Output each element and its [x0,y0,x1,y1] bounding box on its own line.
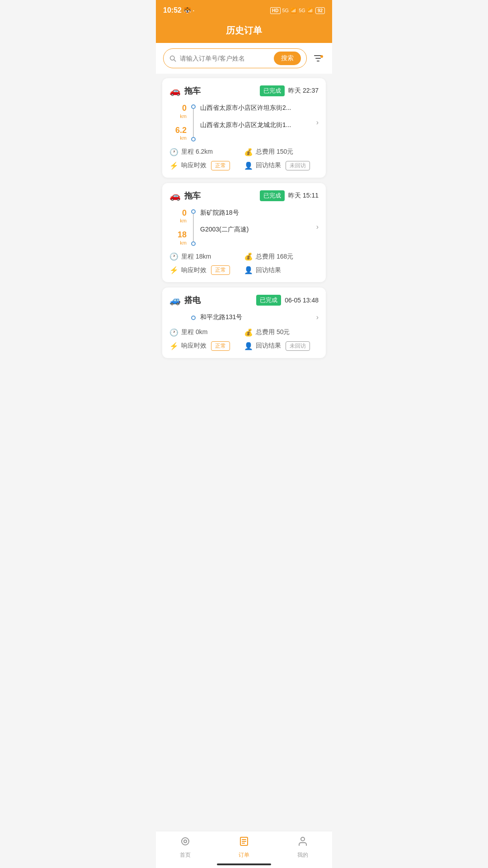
card-header: 🚙 搭电 已完成 06-05 13:48 [169,295,319,306]
search-button[interactable]: 搜索 [274,52,301,65]
km-col [169,316,187,317]
cost-item: 💰 总费用 168元 [244,252,319,261]
response-tag: 正常 [211,161,230,170]
status-badge: 已完成 [260,85,285,96]
card-footer: 🕐 里程 0km 💰 总费用 50元 ⚡ 响应时效 正常 � [169,328,319,351]
home-icon [180,836,191,849]
page-header: 历史订单 [156,20,332,43]
card-type: 🚙 搭电 [169,295,201,306]
card-time: 06-05 13:48 [285,297,319,304]
response-tag: 正常 [211,265,230,275]
person-icon: 👤 [244,161,253,170]
svg-point-12 [301,837,305,841]
status-icons: HD 5G 📶 5G 📶 92 [270,7,325,14]
search-input-wrap[interactable]: 搜索 [163,48,307,68]
search-icon [169,55,176,62]
km-col: 0 km 6.2 km [169,103,187,142]
cost-label: 总费用 150元 [256,148,293,156]
mileage-item: 🕐 里程 18km [169,252,244,261]
nav-home[interactable]: 首页 [156,831,215,868]
card-footer: 🕐 里程 6.2km 💰 总费用 150元 ⚡ 响应时效 正常 [169,148,319,170]
order-card: 🚙 搭电 已完成 06-05 13:48 和平北路131号 › [162,288,326,358]
cost-label: 总费用 168元 [256,253,293,261]
visit-item: 👤 回访结果 [244,266,319,274]
card-meta: 已完成 06-05 13:48 [256,295,319,306]
order-card: 🚗 拖车 已完成 昨天 15:11 0 km 18 km [162,183,326,283]
visit-item: 👤 回访结果 未回访 [244,161,319,170]
route-addresses: 新矿院路18号 G2003(二广高速) [200,208,312,246]
response-tag: 正常 [211,341,230,351]
person-icon: 👤 [244,342,253,350]
km-col: 0 km 18 km [169,208,187,246]
battery-car-icon: 🚙 [169,295,181,306]
bottom-nav: 首页 订单 我的 [156,831,332,868]
response-label: 响应时效 [181,266,206,274]
money-icon: 💰 [244,328,253,337]
mileage-item: 🕐 里程 6.2km [169,148,244,156]
visit-tag: 未回访 [286,341,310,351]
svg-point-7 [184,840,187,843]
filter-icon[interactable] [311,52,325,65]
card-meta: 已完成 昨天 22:37 [260,85,319,96]
card-type: 🚗 拖车 [169,85,201,96]
end-address: 山西省太原市小店区龙城北街1... [200,121,312,130]
orders-icon [239,836,249,849]
nav-profile-label: 我的 [297,851,308,859]
route-section: 和平北路131号 › [169,312,319,322]
cost-item: 💰 总费用 150元 [244,148,319,156]
card-type: 🚗 拖车 [169,190,201,201]
lightning-icon: ⚡ [169,342,178,350]
response-label: 响应时效 [181,161,206,170]
page-title: 历史订单 [156,24,332,37]
search-bar: 搜索 [156,43,332,74]
mileage-label: 里程 6.2km [181,148,213,156]
status-badge: 已完成 [260,190,285,201]
card-header: 🚗 拖车 已完成 昨天 15:11 [169,190,319,201]
card-footer: 🕐 里程 18km 💰 总费用 168元 ⚡ 响应时效 正常 [169,252,319,275]
person-icon: 👤 [244,266,253,274]
order-list: 🚗 拖车 已完成 昨天 22:37 0 km 6.2 km [156,74,332,363]
mileage-item: 🕐 里程 0km [169,328,244,337]
response-label: 响应时效 [181,342,206,350]
visit-tag: 未回访 [286,161,310,170]
search-input[interactable] [180,55,270,62]
nav-orders-label: 订单 [239,851,249,859]
route-addresses: 山西省太原市小店区许坦东街2... 山西省太原市小店区龙城北街1... [200,103,312,142]
home-indicator [217,863,271,865]
card-meta: 已完成 昨天 15:11 [260,190,319,201]
status-time: 10:52 🐯 • [163,6,194,14]
order-card: 🚗 拖车 已完成 昨天 22:37 0 km 6.2 km [162,78,326,178]
response-item: ⚡ 响应时效 正常 [169,341,244,351]
route-line [191,314,196,320]
route-section: 0 km 18 km 新矿院路18号 G2003(二广高速) [169,208,319,246]
route-arrow[interactable]: › [316,312,319,321]
lightning-icon: ⚡ [169,161,178,170]
visit-label: 回访结果 [256,161,281,170]
nav-profile[interactable]: 我的 [273,831,332,868]
card-header: 🚗 拖车 已完成 昨天 22:37 [169,85,319,96]
end-address: G2003(二广高速) [200,225,312,234]
money-icon: 💰 [244,148,253,156]
start-address: 山西省太原市小店区许坦东街2... [200,104,312,113]
response-item: ⚡ 响应时效 正常 [169,161,244,170]
nav-home-label: 首页 [180,851,191,859]
visit-label: 回访结果 [256,266,281,274]
nav-orders[interactable]: 订单 [215,831,273,868]
mileage-label: 里程 0km [181,328,207,336]
tow-car-icon: 🚗 [169,85,181,96]
svg-point-6 [182,838,189,845]
tow-car-icon: 🚗 [169,190,181,201]
clock-icon: 🕐 [169,148,178,156]
status-badge: 已完成 [256,295,281,306]
clock-icon: 🕐 [169,328,178,337]
route-arrow[interactable]: › [316,208,319,246]
start-address: 和平北路131号 [200,313,312,322]
status-bar: 10:52 🐯 • HD 5G 📶 5G 📶 92 [156,0,332,20]
svg-line-1 [174,60,176,61]
svg-point-5 [320,55,323,58]
card-time: 昨天 15:11 [288,192,319,200]
route-arrow[interactable]: › [316,103,319,142]
visit-label: 回访结果 [256,342,281,350]
route-section: 0 km 6.2 km 山西省太原市小店区许坦东街2... 山西省太原市小店区龙… [169,103,319,142]
route-line [191,208,196,246]
